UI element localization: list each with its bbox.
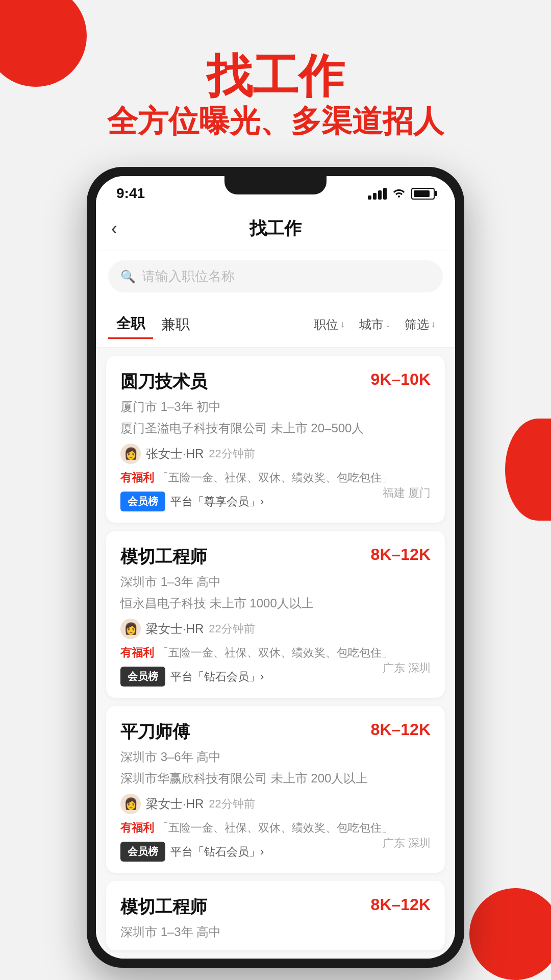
hr-name-2: 梁女士·HR xyxy=(146,621,204,637)
signal-icon xyxy=(368,188,387,200)
phone-notch xyxy=(224,176,327,194)
search-icon: 🔍 xyxy=(120,270,136,284)
job-salary-1: 9K–10K xyxy=(371,370,431,389)
job-card-3[interactable]: 平刀师傅 8K–12K 深圳市 3–6年 高中 深圳市华赢欣科技有限公司 未上市… xyxy=(106,706,445,873)
job-card-1[interactable]: 圆刀技术员 9K–10K 厦门市 1–3年 初中 厦门圣溢电子科技有限公司 未上… xyxy=(106,356,445,523)
filter-position-button[interactable]: 职位 ↓ xyxy=(307,312,352,337)
member-badge-1: 会员榜 xyxy=(120,492,165,511)
battery-icon xyxy=(411,188,435,200)
job-badge-row-2: 会员榜 平台「钻石会员」› xyxy=(120,667,383,687)
phone-frame: 9:41 xyxy=(87,167,464,968)
job-hr-1: 👩 张女士·HR 22分钟前 xyxy=(120,444,431,464)
member-badge-text-1[interactable]: 平台「尊享会员」› xyxy=(170,494,264,509)
promo-header: 找工作 全方位曝光、多渠道招人 xyxy=(0,0,551,141)
nav-bar: ‹ 找工作 xyxy=(96,207,455,251)
hr-time-3: 22分钟前 xyxy=(209,796,255,812)
filter-screen-button[interactable]: 筛选 ↓ xyxy=(397,312,443,337)
member-badge-3: 会员榜 xyxy=(120,842,165,862)
status-icons xyxy=(368,186,435,201)
job-hr-2: 👩 梁女士·HR 22分钟前 xyxy=(120,619,431,639)
promo-title: 找工作 xyxy=(0,51,551,102)
benefits-label-1: 有福利 xyxy=(120,471,154,484)
job-salary-3: 8K–12K xyxy=(371,720,431,739)
hr-name-3: 梁女士·HR xyxy=(146,796,204,812)
tab-fulltime[interactable]: 全职 xyxy=(108,310,153,339)
status-time: 9:41 xyxy=(116,185,145,202)
benefits-text-3: 「五险一金、社保、双休、绩效奖、包吃包住」 xyxy=(157,821,393,834)
job-meta-3: 深圳市 3–6年 高中 xyxy=(120,749,431,765)
hr-time-1: 22分钟前 xyxy=(209,446,255,461)
job-meta-1: 厦门市 1–3年 初中 xyxy=(120,399,431,415)
back-button[interactable]: ‹ xyxy=(111,218,142,239)
app-content: ‹ 找工作 🔍 请输入职位名称 全职 兼职 职位 ↓ xyxy=(96,207,455,959)
search-box[interactable]: 🔍 请输入职位名称 xyxy=(108,260,443,292)
job-meta-2: 深圳市 1–3年 高中 xyxy=(120,574,431,590)
job-salary-4: 8K–12K xyxy=(371,895,431,914)
hr-avatar-3: 👩 xyxy=(120,794,141,814)
job-company-3: 深圳市华赢欣科技有限公司 未上市 200人以上 xyxy=(120,770,431,787)
job-location-1: 福建 厦门 xyxy=(383,485,431,501)
job-meta-4: 深圳市 1–3年 高中 xyxy=(120,924,431,940)
job-benefits-1: 有福利 「五险一金、社保、双休、绩效奖、包吃包住」 福建 厦门 xyxy=(120,470,431,485)
filter-city-button[interactable]: 城市 ↓ xyxy=(352,312,397,337)
hr-avatar-1: 👩 xyxy=(120,444,141,464)
member-badge-text-3[interactable]: 平台「钻石会员」› xyxy=(170,844,264,860)
job-title-3: 平刀师傅 xyxy=(120,720,190,744)
job-company-2: 恒永昌电子科技 未上市 1000人以上 xyxy=(120,595,431,611)
hr-time-2: 22分钟前 xyxy=(209,621,255,636)
promo-subtitle: 全方位曝光、多渠道招人 xyxy=(0,102,551,141)
job-benefits-2: 有福利 「五险一金、社保、双休、绩效奖、包吃包住」 广东 深圳 xyxy=(120,645,431,660)
phone-mockup: 9:41 xyxy=(0,167,551,968)
hr-name-1: 张女士·HR xyxy=(146,446,204,462)
job-location-2: 广东 深圳 xyxy=(383,660,431,676)
page-title: 找工作 xyxy=(142,217,409,240)
tab-parttime[interactable]: 兼职 xyxy=(153,311,198,338)
job-salary-2: 8K–12K xyxy=(371,545,431,564)
job-list: 圆刀技术员 9K–10K 厦门市 1–3年 初中 厦门圣溢电子科技有限公司 未上… xyxy=(96,348,455,959)
filter-bar: 全职 兼职 职位 ↓ 城市 ↓ 筛选 ↓ xyxy=(96,302,455,348)
member-badge-text-2[interactable]: 平台「钻石会员」› xyxy=(170,669,264,684)
job-title-4: 模切工程师 xyxy=(120,895,207,919)
benefits-label-2: 有福利 xyxy=(120,646,154,659)
job-title-1: 圆刀技术员 xyxy=(120,370,207,394)
job-card-4[interactable]: 模切工程师 8K–12K 深圳市 1–3年 高中 xyxy=(106,881,445,950)
job-benefits-3: 有福利 「五险一金、社保、双休、绩效奖、包吃包住」 广东 深圳 xyxy=(120,820,431,836)
job-badge-row-3: 会员榜 平台「钻石会员」› xyxy=(120,842,383,862)
benefits-label-3: 有福利 xyxy=(120,821,154,834)
hr-avatar-2: 👩 xyxy=(120,619,141,639)
benefits-text-1: 「五险一金、社保、双休、绩效奖、包吃包住」 xyxy=(157,471,393,484)
job-location-3: 广东 深圳 xyxy=(383,836,431,851)
member-badge-2: 会员榜 xyxy=(120,667,165,687)
job-hr-3: 👩 梁女士·HR 22分钟前 xyxy=(120,794,431,814)
phone-screen: 9:41 xyxy=(96,176,455,959)
job-card-2[interactable]: 模切工程师 8K–12K 深圳市 1–3年 高中 恒永昌电子科技 未上市 100… xyxy=(106,531,445,698)
benefits-text-2: 「五险一金、社保、双休、绩效奖、包吃包住」 xyxy=(157,646,393,659)
search-container: 🔍 请输入职位名称 xyxy=(96,251,455,302)
search-input[interactable]: 请输入职位名称 xyxy=(142,267,235,285)
job-badge-row-1: 会员榜 平台「尊享会员」› xyxy=(120,492,383,511)
job-title-2: 模切工程师 xyxy=(120,545,207,569)
wifi-icon xyxy=(392,186,406,201)
job-company-1: 厦门圣溢电子科技有限公司 未上市 20–500人 xyxy=(120,420,431,436)
